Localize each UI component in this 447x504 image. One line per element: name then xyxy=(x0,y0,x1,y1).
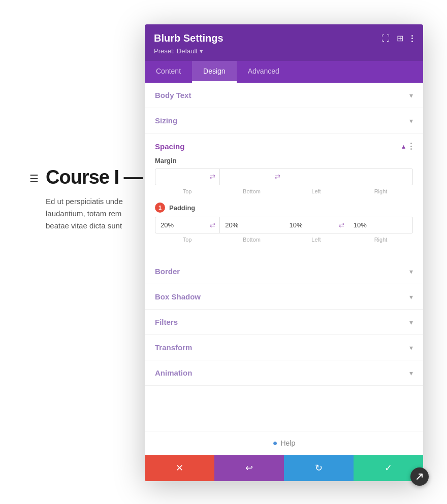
padding-labels: Top Bottom Left Right xyxy=(155,236,413,243)
padding-right-half xyxy=(348,217,412,233)
panel-tabs: Content Design Advanced xyxy=(145,61,423,83)
panel-title: Blurb Settings xyxy=(154,32,224,44)
chevron-down-icon: ▾ xyxy=(409,91,413,99)
section-filters-label: Filters xyxy=(155,318,178,326)
spacing-icons: ▴ xyxy=(402,142,413,151)
section-filters[interactable]: Filters ▾ xyxy=(145,310,423,335)
panel-header: Blurb Settings ⛶ ⊞ Preset: Default ▾ xyxy=(145,24,423,61)
margin-right-half xyxy=(348,169,412,185)
section-spacing-label: Spacing xyxy=(155,142,184,151)
panel-footer: ● Help xyxy=(145,431,423,455)
margin-inputs: ⇄ ⇄ xyxy=(155,169,413,185)
spacing-content: Margin ⇄ ⇄ Top Bottom xyxy=(145,155,423,259)
margin-left-half xyxy=(284,169,348,185)
margin-bottom-half: ⇄ xyxy=(220,169,284,185)
action-bar: ✕ ↩ ↻ ✓ xyxy=(145,455,423,481)
padding-header: 1 Padding xyxy=(155,203,413,213)
section-animation-label: Animation xyxy=(155,368,192,377)
link-icon-margin-left[interactable]: ⇄ xyxy=(206,173,219,181)
tab-design[interactable]: Design xyxy=(192,61,237,83)
margin-top-input[interactable] xyxy=(155,169,206,185)
fullscreen-icon[interactable]: ⛶ xyxy=(381,34,390,43)
margin-left-input[interactable] xyxy=(284,169,348,185)
padding-right-label: Right xyxy=(348,236,413,243)
chevron-down-icon: ▾ xyxy=(409,293,413,301)
section-transform[interactable]: Transform ▾ xyxy=(145,335,423,360)
section-transform-label: Transform xyxy=(155,343,192,352)
panel-body: Body Text ▾ Sizing ▾ Spacing ▴ Margin xyxy=(145,83,423,431)
padding-top-input[interactable] xyxy=(155,217,206,233)
padding-right-input[interactable] xyxy=(348,217,412,233)
tab-advanced[interactable]: Advanced xyxy=(237,61,291,83)
chevron-down-icon: ▾ xyxy=(409,318,413,326)
link-icon-margin-right[interactable]: ⇄ xyxy=(271,173,284,181)
chevron-down-icon: ▾ xyxy=(409,117,413,125)
grid-icon[interactable]: ⊞ xyxy=(397,33,403,43)
background-text: Ed ut perspiciatis unde laudantium, tota… xyxy=(46,195,123,232)
padding-left-label: Left xyxy=(284,236,348,243)
section-sizing[interactable]: Sizing ▾ xyxy=(145,108,423,133)
help-link[interactable]: ● Help xyxy=(155,439,413,448)
padding-bottom-label: Bottom xyxy=(219,236,284,243)
section-sizing-label: Sizing xyxy=(155,116,177,125)
section-box-shadow[interactable]: Box Shadow ▾ xyxy=(145,284,423,310)
reset-button[interactable]: ↩ xyxy=(214,455,284,481)
margin-bottom-label: Bottom xyxy=(219,187,284,194)
chevron-up-icon[interactable]: ▴ xyxy=(402,142,405,150)
link-icon-padding-left[interactable]: ⇄ xyxy=(206,221,219,229)
section-spacing-header: Spacing ▴ xyxy=(145,133,423,155)
padding-left-input[interactable] xyxy=(284,217,335,233)
menu-icon: ☰ xyxy=(29,173,39,185)
margin-right-input[interactable] xyxy=(348,169,412,185)
settings-panel: Blurb Settings ⛶ ⊞ Preset: Default ▾ Con… xyxy=(145,24,423,481)
redo-button[interactable]: ↻ xyxy=(284,455,354,481)
section-animation[interactable]: Animation ▾ xyxy=(145,360,423,386)
padding-label: Padding xyxy=(169,204,195,212)
section-body-text-label: Body Text xyxy=(155,91,191,99)
margin-left-label: Left xyxy=(284,187,348,194)
help-label: Help xyxy=(280,439,295,447)
margin-labels: Top Bottom Left Right xyxy=(155,187,413,194)
help-circle-icon: ● xyxy=(273,439,278,448)
background-heading: Course I — xyxy=(46,166,143,188)
tab-content[interactable]: Content xyxy=(145,61,192,83)
chevron-down-icon: ▾ xyxy=(409,344,413,352)
preset-selector[interactable]: Preset: Default ▾ xyxy=(154,47,414,55)
section-border-label: Border xyxy=(155,267,180,276)
header-icons: ⛶ ⊞ xyxy=(381,33,414,43)
section-border[interactable]: Border ▾ xyxy=(145,259,423,284)
padding-badge: 1 xyxy=(155,203,165,213)
cancel-button[interactable]: ✕ xyxy=(145,455,214,481)
link-icon-padding-right[interactable]: ⇄ xyxy=(335,221,348,229)
spacing-more-icon[interactable] xyxy=(409,142,413,151)
section-body-text[interactable]: Body Text ▾ xyxy=(145,83,423,108)
margin-right-label: Right xyxy=(348,187,413,194)
padding-bottom-input[interactable] xyxy=(220,217,284,233)
chevron-down-icon: ▾ xyxy=(409,369,413,377)
drag-handle-icon[interactable] xyxy=(410,467,429,486)
margin-label: Margin xyxy=(155,157,413,164)
padding-left-half: ⇄ xyxy=(284,217,348,233)
padding-top-label: Top xyxy=(155,236,219,243)
margin-top-label: Top xyxy=(155,187,219,194)
margin-top-half: ⇄ xyxy=(155,169,220,185)
section-box-shadow-label: Box Shadow xyxy=(155,292,201,301)
margin-bottom-input[interactable] xyxy=(220,169,270,185)
padding-top-half: ⇄ xyxy=(155,217,220,233)
more-icon[interactable] xyxy=(410,34,414,43)
padding-inputs: ⇄ ⇄ xyxy=(155,217,413,233)
chevron-down-icon: ▾ xyxy=(409,267,413,276)
padding-bottom-half xyxy=(220,217,284,233)
